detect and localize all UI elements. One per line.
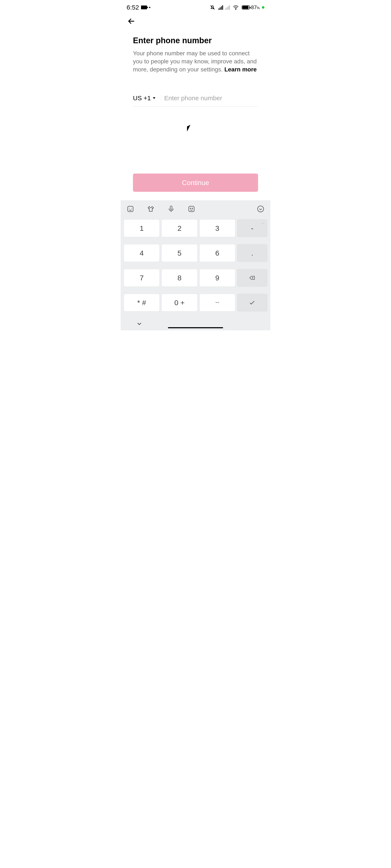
numeric-keyboard: 1 2 3 ...- 4 5 6 . 7 8 9 * # 0 + xyxy=(121,200,270,330)
nav-bar xyxy=(121,13,270,30)
battery-indicator: 87% xyxy=(242,4,260,10)
chevron-down-keyboard-icon[interactable] xyxy=(136,320,143,328)
key-more-indicator: ... xyxy=(262,221,265,224)
key-4[interactable]: 4 xyxy=(124,244,160,262)
collapse-keyboard-icon[interactable] xyxy=(257,205,264,213)
key-symbols[interactable]: * # xyxy=(124,294,160,311)
svg-rect-1 xyxy=(128,207,133,212)
wifi-icon xyxy=(232,4,240,11)
avatar-smile-icon[interactable] xyxy=(188,205,195,213)
key-6[interactable]: 6 xyxy=(199,244,235,262)
status-right: 87% xyxy=(209,4,264,11)
status-bar: 6:52 87% xyxy=(121,0,270,13)
country-code-picker[interactable]: US +1 xyxy=(133,94,159,102)
signal-bars-secondary-icon xyxy=(225,5,230,10)
keyboard-toolbar xyxy=(121,200,270,218)
camera-recording-icon xyxy=(141,5,147,9)
backspace-icon xyxy=(249,275,255,281)
key-8[interactable]: 8 xyxy=(161,269,198,287)
key-9[interactable]: 9 xyxy=(199,269,235,287)
key-0[interactable]: 0 + xyxy=(161,294,198,311)
phone-number-input[interactable] xyxy=(164,94,258,102)
svg-point-5 xyxy=(192,208,193,209)
key-3[interactable]: 3 xyxy=(199,219,235,237)
page-subtitle: Your phone number may be used to connect… xyxy=(133,50,258,73)
mouse-cursor-icon xyxy=(187,126,193,133)
chevron-down-icon xyxy=(153,97,155,99)
microphone-icon[interactable] xyxy=(167,205,175,213)
input-divider xyxy=(161,95,161,101)
page-title: Enter phone number xyxy=(133,36,258,45)
space-icon xyxy=(214,301,221,305)
nav-home-indicator[interactable] xyxy=(168,327,223,328)
continue-button[interactable]: Continue xyxy=(133,174,258,192)
key-enter[interactable] xyxy=(237,294,267,311)
battery-percent: 87 xyxy=(251,4,257,10)
key-dot[interactable]: . xyxy=(237,244,267,262)
key-dash-label: - xyxy=(251,224,253,232)
theme-shirt-icon[interactable] xyxy=(147,205,155,213)
back-button[interactable] xyxy=(127,17,136,26)
key-7[interactable]: 7 xyxy=(124,269,160,287)
camera-active-dot-icon xyxy=(262,6,264,9)
mute-vibrate-icon xyxy=(209,4,216,11)
key-2[interactable]: 2 xyxy=(161,219,198,237)
key-space[interactable] xyxy=(199,294,235,311)
arrow-left-icon xyxy=(127,17,136,26)
signal-bars-icon xyxy=(218,5,223,10)
emoji-picker-icon[interactable] xyxy=(127,205,134,213)
learn-more-link[interactable]: Learn more xyxy=(224,66,257,73)
country-code-label: US +1 xyxy=(133,94,151,102)
battery-icon xyxy=(242,5,250,9)
checkmark-icon xyxy=(248,299,256,306)
key-backspace[interactable] xyxy=(237,269,267,287)
svg-rect-2 xyxy=(170,206,172,210)
svg-point-0 xyxy=(236,9,236,9)
battery-percent-suffix: % xyxy=(257,6,260,10)
key-1[interactable]: 1 xyxy=(124,219,160,237)
status-dot-icon xyxy=(149,7,150,8)
svg-point-4 xyxy=(190,208,191,209)
phone-input-row: US +1 xyxy=(133,94,258,106)
status-left: 6:52 xyxy=(127,4,150,11)
key-5[interactable]: 5 xyxy=(161,244,198,262)
key-dash[interactable]: ...- xyxy=(237,219,267,237)
svg-point-6 xyxy=(258,206,264,212)
svg-rect-3 xyxy=(189,207,194,212)
status-time: 6:52 xyxy=(127,4,139,11)
